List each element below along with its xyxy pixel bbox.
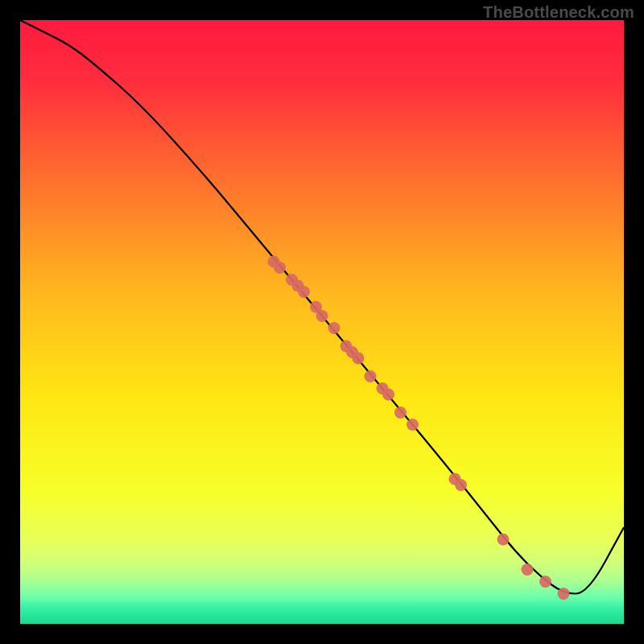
data-point (394, 407, 407, 419)
watermark-label: TheBottleneck.com (483, 3, 634, 22)
data-point (328, 322, 341, 334)
data-point (539, 576, 551, 588)
data-point (298, 286, 310, 298)
chart-overlay (20, 20, 624, 624)
data-point (353, 353, 365, 365)
plot-area (20, 20, 624, 624)
data-point (316, 310, 328, 322)
data-point (365, 370, 377, 382)
data-point (407, 419, 419, 431)
data-point (522, 564, 534, 576)
chart-points (268, 256, 570, 601)
chart-frame: TheBottleneck.com (0, 0, 644, 644)
data-point (274, 262, 286, 274)
data-point (558, 588, 570, 600)
data-point (455, 479, 467, 491)
data-point (382, 389, 394, 401)
data-point (497, 534, 510, 546)
